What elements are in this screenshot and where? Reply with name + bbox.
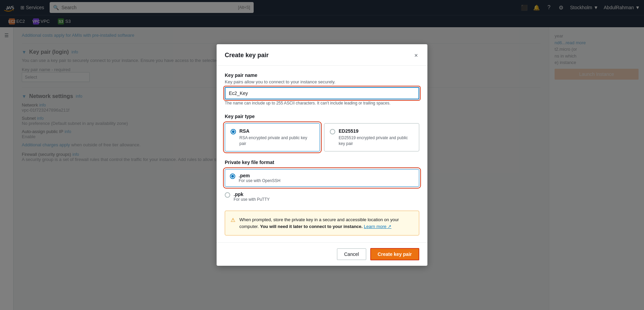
ed25519-option[interactable]: ED25519 ED25519 encrypted private and pu… <box>324 123 419 152</box>
key-pair-type-options: RSA RSA encrypted private and public key… <box>225 123 419 152</box>
ed25519-desc: ED25519 encrypted private and public key… <box>339 135 413 147</box>
modal-header: Create key pair × <box>217 44 427 66</box>
pem-option[interactable]: .pem For use with OpenSSH <box>225 169 419 187</box>
warning-box: ⚠ When prompted, store the private key i… <box>225 211 419 235</box>
pem-content: .pem For use with OpenSSH <box>239 173 281 183</box>
warning-learn-more[interactable]: Learn more ↗ <box>364 224 391 229</box>
warning-text-bold: You will need it later to connect to you… <box>260 224 363 229</box>
rsa-option[interactable]: RSA RSA encrypted private and public key… <box>225 123 320 152</box>
key-pair-name-label: Key pair name <box>225 72 419 78</box>
rsa-desc: RSA encrypted private and public key pai… <box>239 135 314 147</box>
cancel-button[interactable]: Cancel <box>337 248 366 260</box>
modal-title: Create key pair <box>225 52 269 59</box>
key-pair-name-section: Key pair name Key pairs allow you to con… <box>225 72 419 105</box>
key-pair-name-input-wrapper <box>225 87 419 99</box>
create-key-pair-button[interactable]: Create key pair <box>370 248 419 260</box>
rsa-radio <box>231 129 236 134</box>
rsa-title: RSA <box>239 128 314 134</box>
key-pair-type-label: Key pair type <box>225 114 419 119</box>
rsa-option-inner: RSA RSA encrypted private and public key… <box>231 128 314 147</box>
private-key-format-label: Private key file format <box>225 160 419 165</box>
ppk-content: .ppk For use with PuTTY <box>234 192 270 202</box>
modal-footer: Cancel Create key pair <box>217 242 427 266</box>
warning-icon: ⚠ <box>231 217 235 230</box>
pem-radio <box>230 174 235 179</box>
modal-body: Key pair name Key pairs allow you to con… <box>217 66 427 243</box>
ppk-option[interactable]: .ppk For use with PuTTY <box>225 191 419 202</box>
pem-title: .pem <box>239 173 281 178</box>
key-pair-name-input-hint: The name can include up to 255 ASCII cha… <box>225 101 419 105</box>
external-link-icon: ↗ <box>388 224 391 229</box>
create-key-pair-modal: Create key pair × Key pair name Key pair… <box>217 44 427 266</box>
warning-text-content: When prompted, store the private key in … <box>239 216 413 230</box>
rsa-content: RSA RSA encrypted private and public key… <box>239 128 314 147</box>
ppk-title: .ppk <box>234 192 270 197</box>
ppk-desc: For use with PuTTY <box>234 197 270 202</box>
pem-desc: For use with OpenSSH <box>239 178 281 183</box>
ed25519-content: ED25519 ED25519 encrypted private and pu… <box>339 128 413 147</box>
ed25519-option-inner: ED25519 ED25519 encrypted private and pu… <box>330 128 413 147</box>
ed25519-title: ED25519 <box>339 128 413 134</box>
private-key-format-section: Private key file format .pem For use wit… <box>225 160 419 202</box>
ed25519-radio <box>330 129 335 134</box>
private-key-format-options: .pem For use with OpenSSH .ppk For use w… <box>225 169 419 202</box>
key-pair-name-hint: Key pairs allow you to connect to your i… <box>225 79 419 84</box>
key-pair-name-input[interactable] <box>225 87 419 99</box>
key-pair-type-section: Key pair type RSA RSA encrypted private … <box>225 114 419 152</box>
modal-overlay: Create key pair × Key pair name Key pair… <box>0 0 644 310</box>
ppk-radio <box>225 192 230 198</box>
modal-close-button[interactable]: × <box>413 51 419 60</box>
